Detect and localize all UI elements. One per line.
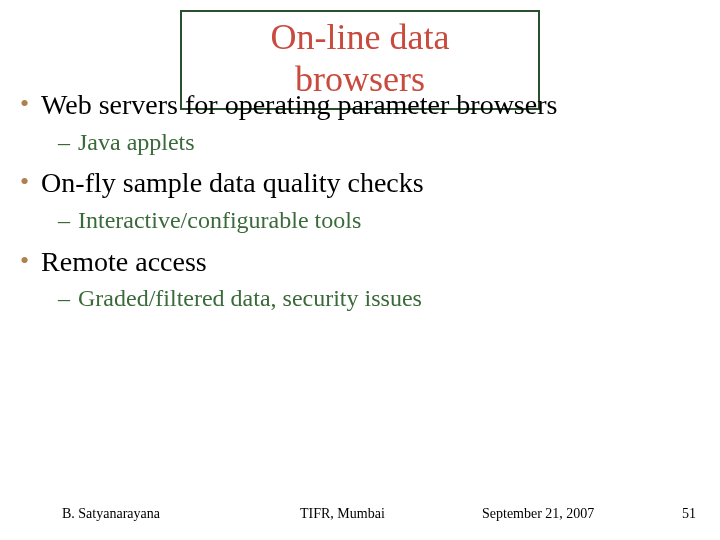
sub-item: – Graded/filtered data, security issues xyxy=(58,284,700,313)
sub-item: – Java applets xyxy=(58,128,700,157)
footer-org: TIFR, Mumbai xyxy=(300,506,385,522)
sub-text: Graded/filtered data, security issues xyxy=(78,284,422,313)
content-area: • Web servers for operating parameter br… xyxy=(20,80,700,323)
bullet-item: • On-fly sample data quality checks xyxy=(20,166,700,200)
bullet-text: Web servers for operating parameter brow… xyxy=(41,88,557,122)
sub-text: Interactive/configurable tools xyxy=(78,206,361,235)
bullet-icon: • xyxy=(20,88,29,119)
bullet-icon: • xyxy=(20,166,29,197)
footer-author: B. Satyanarayana xyxy=(62,506,160,522)
footer-page-number: 51 xyxy=(682,506,696,522)
bullet-text: Remote access xyxy=(41,245,207,279)
dash-icon: – xyxy=(58,128,70,157)
bullet-item: • Web servers for operating parameter br… xyxy=(20,88,700,122)
footer-date: September 21, 2007 xyxy=(482,506,594,522)
dash-icon: – xyxy=(58,206,70,235)
sub-text: Java applets xyxy=(78,128,195,157)
sub-item: – Interactive/configurable tools xyxy=(58,206,700,235)
dash-icon: – xyxy=(58,284,70,313)
bullet-icon: • xyxy=(20,245,29,276)
bullet-text: On-fly sample data quality checks xyxy=(41,166,424,200)
bullet-item: • Remote access xyxy=(20,245,700,279)
